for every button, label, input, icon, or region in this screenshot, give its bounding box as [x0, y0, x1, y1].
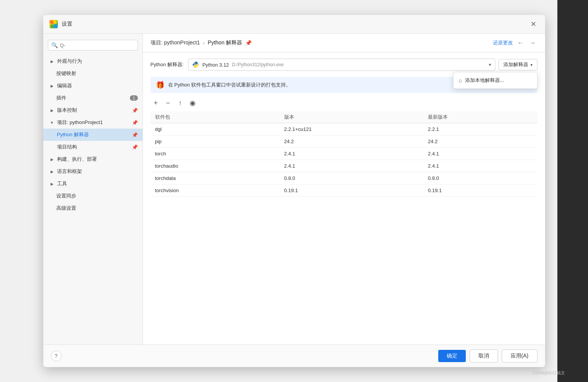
forward-button[interactable]: → [528, 38, 537, 47]
content-area: Python 解释器: Python 3.12 [143, 52, 545, 344]
dropdown-item-add-local[interactable]: ⌂ 添加本地解释器... [454, 74, 537, 87]
sidebar-item-sync[interactable]: 设置同步 [43, 190, 142, 202]
back-button[interactable]: ← [516, 38, 525, 47]
breadcrumb: 项目: pythonProject1 › Python 解释器 📌 [151, 39, 493, 46]
arrow-icon: ▶ [49, 83, 55, 88]
table-row[interactable]: torch2.4.12.4.1 [151, 148, 537, 160]
sidebar-item-label: 编辑器 [57, 82, 72, 89]
upgrade-package-button[interactable]: ↑ [175, 98, 186, 108]
package-version: 2.4.1 [280, 160, 423, 172]
package-name: pip [151, 135, 280, 148]
show-package-button[interactable]: ◉ [187, 98, 198, 108]
search-icon: 🔍 [51, 42, 58, 48]
python-icon [192, 61, 199, 68]
sidebar-item-build[interactable]: ▶ 构建、执行、部署 [43, 153, 142, 165]
sidebar-item-label: 工具 [57, 180, 67, 187]
home-icon: ⌂ [459, 77, 462, 83]
package-latest: 2.2.1 [423, 123, 537, 135]
search-box[interactable]: 🔍 [48, 40, 138, 51]
svg-point-5 [196, 67, 197, 67]
add-icon: + [154, 99, 158, 107]
package-version: 24.2 [280, 135, 423, 148]
sidebar-item-lang[interactable]: ▶ 语言和框架 [43, 165, 142, 178]
sidebar-item-project-structure[interactable]: 项目结构 📌 [43, 141, 142, 153]
dialog-footer: ? 确定 取消 应用(A) [43, 344, 545, 367]
arrow-icon: ▼ [49, 120, 55, 125]
sidebar-item-label: 语言和框架 [57, 168, 82, 175]
package-latest: 0.8.0 [423, 172, 537, 184]
svg-point-4 [195, 62, 195, 63]
col-package: 软件包 [151, 111, 280, 123]
select-arrow-icon: ▾ [489, 62, 491, 67]
table-row[interactable]: pip24.224.2 [151, 135, 537, 148]
cancel-button[interactable]: 取消 [470, 349, 498, 362]
package-latest: 2.4.1 [423, 148, 537, 160]
help-button[interactable]: ? [51, 351, 62, 361]
gift-icon: 🎁 [156, 81, 164, 89]
revert-button[interactable]: 还原更改 [493, 39, 513, 46]
sidebar-item-label: 构建、执行、部署 [57, 156, 97, 163]
breadcrumb-project: 项目: pythonProject1 [151, 39, 200, 46]
package-version: 0.8.0 [280, 172, 423, 184]
table-row[interactable]: dgl2.2.1+cu1212.2.1 [151, 123, 537, 135]
svg-rect-0 [51, 21, 53, 24]
apply-button[interactable]: 应用(A) [502, 349, 537, 362]
sidebar-item-python-interpreter[interactable]: Python 解释器 📌 [43, 129, 142, 141]
sidebar-item-editor[interactable]: ▶ 编辑器 [43, 80, 142, 92]
content-header: 项目: pythonProject1 › Python 解释器 📌 还原更改 ←… [143, 34, 545, 52]
sidebar-item-label: 项目: pythonProject1 [57, 119, 103, 126]
pin-icon: 📌 [132, 132, 138, 138]
ok-button[interactable]: 确定 [438, 350, 466, 362]
add-interpreter-dropdown-arrow: ▾ [531, 63, 532, 67]
sidebar-item-keymap[interactable]: 按键映射 [43, 67, 142, 80]
package-latest: 2.4.1 [423, 160, 537, 172]
page-pin-icon[interactable]: 📌 [245, 40, 252, 46]
search-input[interactable] [60, 42, 134, 48]
sidebar-item-label: 项目结构 [57, 144, 77, 150]
pin-icon: 📌 [132, 144, 138, 150]
sidebar-item-label: 插件 [56, 95, 66, 101]
package-name: torch [151, 148, 280, 160]
add-interpreter-dropdown: ⌂ 添加本地解释器... [453, 72, 537, 89]
col-latest: 最新版本 [423, 111, 537, 123]
add-interpreter-label: 添加解释器 [503, 61, 528, 68]
dropdown-item-label: 添加本地解释器... [465, 77, 504, 84]
add-package-button[interactable]: + [151, 98, 161, 108]
sidebar-item-plugins[interactable]: 插件 1 [43, 92, 142, 104]
arrow-icon: ▶ [49, 108, 55, 113]
sidebar-item-project[interactable]: ▼ 项目: pythonProject1 📌 [43, 116, 142, 129]
remove-package-button[interactable]: − [163, 98, 174, 108]
svg-rect-3 [54, 24, 57, 27]
package-name: dgl [151, 123, 280, 135]
package-latest: 24.2 [423, 135, 537, 148]
arrow-icon: ▶ [49, 169, 55, 174]
app-icon [49, 20, 58, 28]
package-latest: 0.19.1 [423, 184, 537, 197]
packages-table: 软件包 版本 最新版本 dgl2.2.1+cu1212.2.1pip24.224… [151, 111, 537, 197]
close-button[interactable]: ✕ [528, 19, 539, 29]
table-row[interactable]: torchdata0.8.00.8.0 [151, 172, 537, 184]
plugins-badge: 1 [130, 95, 138, 101]
add-interpreter-button[interactable]: 添加解释器 ▾ [498, 59, 537, 70]
sidebar-item-label: 按键映射 [56, 70, 76, 77]
package-version: 2.4.1 [280, 148, 423, 160]
sidebar-item-label: 高级设置 [56, 205, 76, 212]
sidebar-item-vcs[interactable]: ▶ 版本控制 📌 [43, 104, 142, 116]
breadcrumb-separator: › [203, 40, 205, 46]
dialog-title: 设置 [62, 21, 528, 28]
sidebar-item-label: 设置同步 [56, 193, 76, 199]
sidebar-item-appearance[interactable]: ▶ 外观与行为 [43, 55, 142, 67]
package-version: 0.19.1 [280, 184, 423, 197]
sidebar-item-label: 外观与行为 [57, 58, 82, 65]
arrow-icon: ▶ [49, 157, 55, 162]
sidebar-item-advanced[interactable]: 高级设置 [43, 202, 142, 214]
table-row[interactable]: torchvision0.19.10.19.1 [151, 184, 537, 197]
svg-rect-2 [51, 24, 53, 27]
main-content: 项目: pythonProject1 › Python 解释器 📌 还原更改 ←… [143, 34, 545, 344]
packages-toolbar: + − ↑ ◉ [151, 98, 537, 108]
interpreter-select[interactable]: Python 3.12 D:/Python312/python.exe ▾ [188, 59, 495, 71]
sidebar-item-label: 版本控制 [57, 107, 77, 114]
sidebar-item-tools[interactable]: ▶ 工具 [43, 178, 142, 190]
package-name: torchdata [151, 172, 280, 184]
table-row[interactable]: torchaudio2.4.12.4.1 [151, 160, 537, 172]
